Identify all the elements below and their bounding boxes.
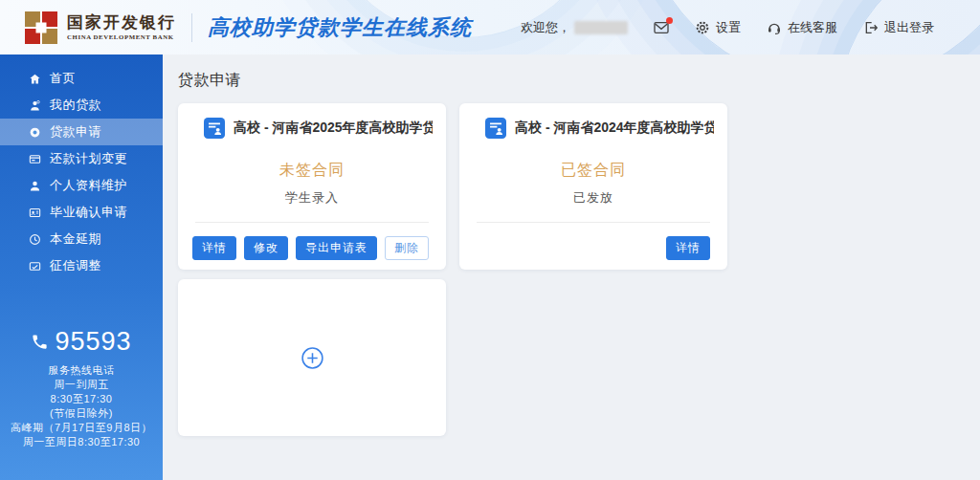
hotline-info: 服务热线电话 周一到周五 8:30至17:30 (节假日除外) 高峰期（7月17… xyxy=(0,363,163,449)
add-loan-application-card[interactable] xyxy=(178,279,446,436)
sidebar-item-label: 个人资料维护 xyxy=(50,177,127,194)
phone-icon xyxy=(31,333,49,351)
sidebar-item-label: 征信调整 xyxy=(50,257,101,274)
loan-card-title: 高校 - 河南省2025年度高校助学贷... xyxy=(234,120,433,137)
hotline-number: 95593 xyxy=(55,327,131,357)
hotline-line: 8:30至17:30 xyxy=(0,392,163,406)
loan-card-header: 高校 - 河南省2024年度高校助学贷... xyxy=(459,103,727,139)
hotline-line: 周一至周日8:30至17:30 xyxy=(0,435,163,449)
repayment-plan-icon xyxy=(29,153,41,165)
loan-card-header: 高校 - 河南省2025年度高校助学贷... xyxy=(178,103,446,139)
card-divider xyxy=(195,222,429,223)
settings-button[interactable]: 设置 xyxy=(695,19,741,36)
settings-label: 设置 xyxy=(716,19,741,36)
sidebar: 首页 我的贷款 贷款申请 xyxy=(0,55,163,480)
brand-area: 国家开发银行 CHINA DEVELOPMENT BANK 高校助学贷款学生在线… xyxy=(0,11,472,44)
sidebar-item-principal-extension[interactable]: 本金延期 xyxy=(0,226,163,252)
sidebar-item-graduation-confirm[interactable]: 毕业确认申请 xyxy=(0,199,163,226)
card-actions: 详情 修改 导出申请表 删除 xyxy=(192,236,429,260)
gear-icon xyxy=(695,20,710,35)
sidebar-item-label: 我的贷款 xyxy=(50,97,101,114)
service-hotline: 95593 服务热线电话 周一到周五 8:30至17:30 (节假日除外) 高峰… xyxy=(0,327,163,449)
sidebar-item-profile[interactable]: 个人资料维护 xyxy=(0,172,163,199)
home-icon xyxy=(29,73,41,85)
online-service-label: 在线客服 xyxy=(788,19,837,36)
loan-status: 未签合同 xyxy=(178,161,446,181)
system-title: 高校助学贷款学生在线系统 xyxy=(208,13,472,42)
sidebar-item-repayment-plan[interactable]: 还款计划变更 xyxy=(0,145,163,172)
logout-button[interactable]: 退出登录 xyxy=(863,19,934,36)
details-button[interactable]: 详情 xyxy=(666,236,710,260)
logout-icon xyxy=(863,20,879,35)
bank-name-cn: 国家开发银行 xyxy=(67,14,176,32)
export-application-button[interactable]: 导出申请表 xyxy=(296,236,377,260)
welcome-label: 欢迎您， xyxy=(521,19,570,36)
main-content: 贷款申请 高校 - 河南省2025年度高校助学贷... 未签合同 学生录入 xyxy=(163,55,980,480)
brand-separator xyxy=(191,13,192,42)
online-service-button[interactable]: 在线客服 xyxy=(767,19,837,36)
welcome-message: 欢迎您， xyxy=(521,19,628,36)
profile-icon xyxy=(29,180,41,192)
sidebar-item-label: 本金延期 xyxy=(50,230,101,248)
sidebar-item-label: 首页 xyxy=(50,70,76,87)
card-actions: 详情 xyxy=(666,236,710,260)
header: 国家开发银行 CHINA DEVELOPMENT BANK 高校助学贷款学生在线… xyxy=(0,0,980,55)
graduation-icon xyxy=(29,207,41,219)
delete-button[interactable]: 删除 xyxy=(385,236,429,260)
header-actions: 欢迎您， 设置 xyxy=(521,19,980,36)
loan-card-title: 高校 - 河南省2024年度高校助学贷... xyxy=(515,120,714,137)
loan-sub-status: 学生录入 xyxy=(178,189,446,207)
unread-badge xyxy=(666,17,673,24)
hotline-line: (节假日除外) xyxy=(0,406,163,421)
sidebar-item-my-loans[interactable]: 我的贷款 xyxy=(0,92,163,119)
sidebar-item-label: 毕业确认申请 xyxy=(50,204,127,221)
sidebar-item-loan-application[interactable]: 贷款申请 xyxy=(0,119,163,145)
sidebar-nav: 首页 我的贷款 贷款申请 xyxy=(0,55,163,279)
messages-button[interactable] xyxy=(654,20,669,35)
my-loans-icon xyxy=(29,99,41,112)
loan-cards-row-1: 高校 - 河南省2025年度高校助学贷... 未签合同 学生录入 详情 修改 导… xyxy=(178,103,980,270)
loan-card-2025: 高校 - 河南省2025年度高校助学贷... 未签合同 学生录入 详情 修改 导… xyxy=(178,103,446,270)
loan-cards-row-2 xyxy=(178,279,980,436)
sidebar-item-label: 还款计划变更 xyxy=(50,150,127,167)
modify-button[interactable]: 修改 xyxy=(244,236,288,260)
bank-name: 国家开发银行 CHINA DEVELOPMENT BANK xyxy=(67,14,176,40)
loan-card-2024: 高校 - 河南省2024年度高校助学贷... 已签合同 已发放 详情 xyxy=(459,103,727,270)
loan-status: 已签合同 xyxy=(459,161,727,181)
principal-extension-icon xyxy=(29,233,41,246)
loan-document-icon xyxy=(485,118,506,139)
loan-apply-icon xyxy=(29,126,41,139)
page-title: 贷款申请 xyxy=(178,71,980,91)
hotline-number-row: 95593 xyxy=(0,327,163,357)
details-button[interactable]: 详情 xyxy=(192,236,236,260)
hotline-line: 周一到周五 xyxy=(0,378,163,392)
sidebar-item-credit-adjust[interactable]: 征信调整 xyxy=(0,252,163,279)
username-redacted xyxy=(574,21,628,34)
headset-icon xyxy=(767,20,782,35)
sidebar-item-home[interactable]: 首页 xyxy=(0,65,163,92)
hotline-line: 高峰期（7月17日至9月8日） xyxy=(0,421,163,435)
add-plus-icon xyxy=(301,346,324,370)
credit-adjust-icon xyxy=(29,260,41,273)
loan-sub-status: 已发放 xyxy=(459,189,727,207)
card-divider xyxy=(477,222,710,223)
bank-name-en: CHINA DEVELOPMENT BANK xyxy=(67,33,176,40)
hotline-line: 服务热线电话 xyxy=(0,363,163,378)
loan-document-icon xyxy=(204,118,225,139)
logout-label: 退出登录 xyxy=(884,19,934,36)
bank-logo-icon xyxy=(25,11,57,44)
sidebar-item-label: 贷款申请 xyxy=(50,123,101,141)
